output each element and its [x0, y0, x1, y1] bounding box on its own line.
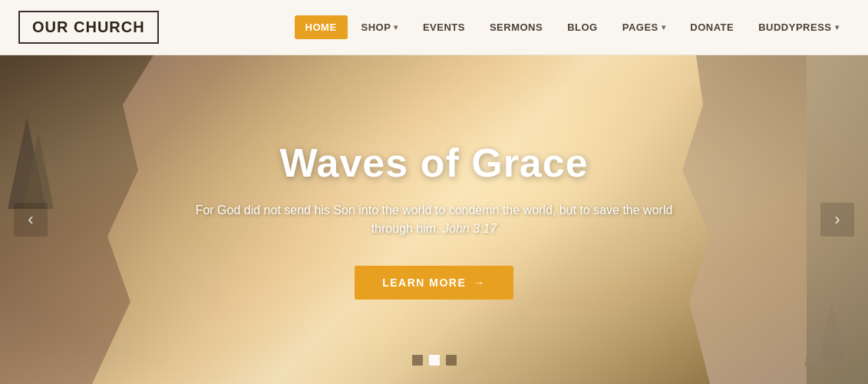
- nav-item-events[interactable]: EVENTS: [412, 15, 476, 39]
- slider-dot-1[interactable]: [429, 355, 440, 366]
- slider-next-button[interactable]: ›: [820, 203, 854, 237]
- slider-dot-2[interactable]: [446, 355, 457, 366]
- hero-content: Waves of Grace For God did not send his …: [0, 55, 868, 384]
- main-nav: HOMESHOP▾EVENTSSERMONSBLOGPAGES▾DONATEBU…: [295, 15, 850, 39]
- logo[interactable]: OUR CHURCH: [18, 11, 159, 44]
- nav-item-sermons[interactable]: SERMONS: [479, 15, 553, 39]
- nav-item-shop[interactable]: SHOP▾: [351, 15, 409, 39]
- nav-item-pages[interactable]: PAGES▾: [612, 15, 677, 39]
- hero-title: Waves of Grace: [279, 140, 588, 186]
- hero-subtitle: For God did not send his Son into the wo…: [173, 201, 695, 238]
- hero-slider: ‹ Waves of Grace For God did not send hi…: [0, 55, 868, 384]
- slider-prev-button[interactable]: ‹: [14, 203, 48, 237]
- site-header: OUR CHURCH HOMESHOP▾EVENTSSERMONSBLOGPAG…: [0, 0, 868, 55]
- hero-subtitle-ref: John 3:17: [443, 222, 497, 235]
- nav-item-buddypress[interactable]: BUDDYPRESS▾: [748, 15, 850, 39]
- chevron-down-icon-buddypress: ▾: [835, 23, 840, 31]
- slider-dot-0[interactable]: [412, 355, 423, 366]
- nav-item-donate[interactable]: DONATE: [679, 15, 744, 39]
- hero-subtitle-text: For God did not send his Son into the wo…: [196, 204, 673, 235]
- nav-item-home[interactable]: HOME: [295, 15, 348, 39]
- chevron-right-icon: ›: [834, 210, 840, 230]
- chevron-down-icon-pages: ▾: [662, 23, 666, 31]
- chevron-left-icon: ‹: [28, 210, 33, 230]
- arrow-right-icon: →: [474, 276, 486, 289]
- nav-item-blog[interactable]: BLOG: [556, 15, 609, 39]
- slider-dots: [412, 355, 457, 366]
- chevron-down-icon-shop: ▾: [394, 23, 398, 31]
- hero-btn-label: LEARN MORE: [382, 276, 466, 289]
- logo-text: OUR CHURCH: [32, 18, 145, 35]
- hero-cta-button[interactable]: LEARN MORE →: [355, 266, 513, 300]
